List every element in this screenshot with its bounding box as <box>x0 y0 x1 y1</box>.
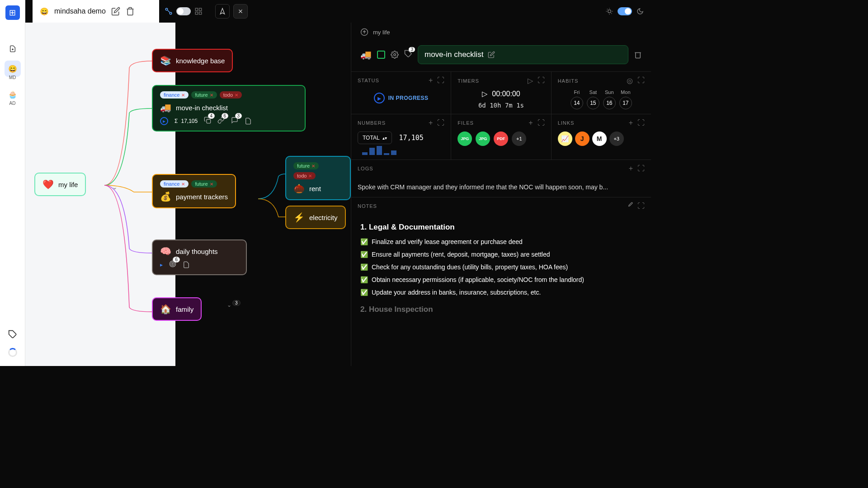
logs-text[interactable]: Spoke with CRM manager and they informed… <box>351 182 651 197</box>
habit-day[interactable]: Sun 16 <box>603 89 616 109</box>
trash-icon[interactable] <box>634 51 642 59</box>
add-icon[interactable]: + <box>528 119 533 127</box>
sidebar-project-ad[interactable]: 🧁 <box>5 86 21 103</box>
notes-body[interactable]: 1. Legal & Documentation ✅Finalize and v… <box>351 219 651 324</box>
theme-toggle[interactable] <box>618 7 632 15</box>
file-badge[interactable]: PDF <box>494 131 508 146</box>
sidebar-project-md[interactable]: 😄 <box>5 61 21 77</box>
expand-icon[interactable]: ⛶ <box>538 119 545 127</box>
tags-button[interactable] <box>5 326 21 343</box>
habit-day[interactable]: Fri 14 <box>571 89 583 109</box>
node-family[interactable]: 🏠 family <box>152 297 202 321</box>
square-icon[interactable] <box>377 51 385 59</box>
check-icon: ✅ <box>360 276 368 283</box>
play-icon[interactable]: ▷ <box>482 89 487 98</box>
project-emoji: 😄 <box>8 65 17 73</box>
file-badge[interactable]: JPG <box>458 131 472 146</box>
tag-todo[interactable]: todo✕ <box>293 172 316 179</box>
link-icon[interactable] <box>165 7 173 15</box>
node-payment[interactable]: finance✕ future✕ 💰 payment trackers <box>152 174 236 208</box>
trash-icon[interactable] <box>126 7 135 16</box>
detail-title[interactable]: move-in checklist <box>425 50 483 59</box>
tag-remove-icon[interactable]: ✕ <box>308 174 312 178</box>
tag-finance[interactable]: finance✕ <box>160 91 189 99</box>
play-icon[interactable]: ▷ <box>528 76 533 85</box>
add-icon[interactable]: + <box>629 164 633 173</box>
expand-icon[interactable]: ⛶ <box>637 164 645 173</box>
node-title: rent <box>309 185 321 192</box>
svg-line-15 <box>611 13 612 14</box>
node-rent[interactable]: future✕ todo✕ 🌰 rent <box>285 156 351 200</box>
tag-remove-icon[interactable]: ✕ <box>311 164 315 169</box>
link-badge[interactable]: 📈 <box>558 131 572 146</box>
tag-future[interactable]: future✕ <box>191 180 217 188</box>
svg-point-24 <box>394 54 396 56</box>
app-logo[interactable]: ⊞ <box>5 5 20 20</box>
notes-item: ✅Check for any outstanding dues (utility… <box>360 263 642 271</box>
check-icon: ✅ <box>360 238 368 245</box>
expand-icon[interactable]: ⛶ <box>637 202 645 210</box>
node-title: knowledge base <box>176 57 225 65</box>
view-toggle[interactable] <box>176 7 191 15</box>
target-count[interactable]: 6 <box>169 260 176 269</box>
notes-item: ✅Finalize and verify lease agreement or … <box>360 238 642 245</box>
tag-remove-icon[interactable]: ✕ <box>210 182 213 187</box>
expand-icon[interactable]: ⛶ <box>538 76 545 85</box>
project-emoji: 🧁 <box>8 90 17 99</box>
file-badge[interactable]: JPG <box>476 131 490 146</box>
expand-icon[interactable]: ⛶ <box>437 119 444 127</box>
file-more[interactable]: +1 <box>512 131 526 146</box>
tag-remove-icon[interactable]: ✕ <box>210 93 213 98</box>
habit-day[interactable]: Sat 15 <box>587 89 599 109</box>
expand-icon[interactable]: ⛶ <box>637 76 645 85</box>
edit-icon[interactable] <box>111 7 120 16</box>
node-thoughts[interactable]: 🧠 daily thoughts ▸ 6 <box>152 239 247 275</box>
link-badge[interactable]: J <box>575 131 590 146</box>
new-doc-button[interactable] <box>5 41 21 57</box>
link-badge[interactable]: M <box>592 131 607 146</box>
note-icon[interactable] <box>183 261 190 268</box>
mindmap-canvas[interactable]: ❤️ my life ⌄ 📚 knowledge base finance✕ f… <box>25 23 351 366</box>
breadcrumb[interactable]: my life <box>373 29 390 36</box>
habit-day[interactable]: Mon 17 <box>619 89 632 109</box>
tag-todo[interactable]: todo✕ <box>220 91 242 99</box>
add-icon[interactable]: + <box>429 76 433 84</box>
edit-icon[interactable] <box>488 51 495 58</box>
tag-remove-icon[interactable]: ✕ <box>181 182 185 187</box>
up-arrow-icon[interactable] <box>360 28 368 36</box>
expand-icon[interactable]: ⛶ <box>637 119 645 127</box>
grid-icon[interactable] <box>194 7 203 15</box>
play-icon[interactable]: ▸ <box>160 262 163 268</box>
settings-icon[interactable] <box>391 51 399 59</box>
close-button[interactable] <box>233 4 248 19</box>
node-knowledge[interactable]: 📚 knowledge base <box>152 49 233 72</box>
tag-remove-icon[interactable]: ✕ <box>235 93 238 98</box>
sun-icon <box>606 8 613 15</box>
node-movein[interactable]: finance✕ future✕ todo✕ 🚚 move-in checkli… <box>152 85 306 131</box>
svg-rect-18 <box>207 119 211 123</box>
edit-icon[interactable] <box>627 202 633 208</box>
play-icon[interactable]: ▸ <box>374 93 385 103</box>
node-electricity[interactable]: ⚡ electricity <box>285 206 346 229</box>
tag-future[interactable]: future✕ <box>293 162 319 169</box>
tag-remove-icon[interactable]: ✕ <box>181 93 185 98</box>
link-count[interactable]: 6 <box>217 117 225 125</box>
comment-count[interactable]: 3 <box>231 117 238 125</box>
collapse-icon[interactable]: ⌄ <box>227 302 231 308</box>
copy-count[interactable]: 4 <box>204 117 211 125</box>
total-selector[interactable]: TOTAL ▴▾ <box>358 131 392 144</box>
tag-finance[interactable]: finance✕ <box>160 180 189 188</box>
tag-future[interactable]: future✕ <box>191 91 217 99</box>
target-icon[interactable]: ◎ <box>627 76 633 85</box>
node-root[interactable]: ❤️ my life <box>34 173 86 196</box>
link-more[interactable]: +3 <box>609 131 624 146</box>
tag-count-badge: 3 <box>409 47 415 52</box>
play-icon[interactable]: ▸ <box>160 117 168 125</box>
bar <box>391 150 396 155</box>
add-icon[interactable]: + <box>429 119 433 127</box>
note-icon[interactable] <box>245 117 252 125</box>
target-button[interactable] <box>215 4 230 19</box>
svg-point-21 <box>172 263 174 265</box>
expand-icon[interactable]: ⛶ <box>437 76 444 84</box>
add-icon[interactable]: + <box>629 119 633 127</box>
